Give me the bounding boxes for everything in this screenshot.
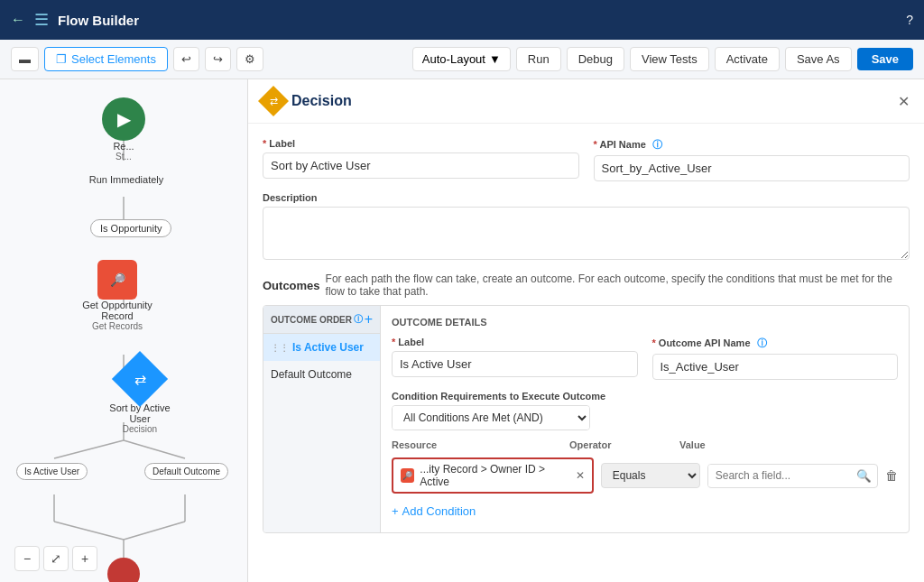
outcomes-description: For each path the flow can take, create … bbox=[326, 273, 910, 298]
api-name-input[interactable] bbox=[594, 155, 910, 181]
condition-resource-field[interactable]: 🔎 ...ity Record > Owner ID > Active ✕ bbox=[392, 457, 594, 494]
value-col-label: Value bbox=[679, 439, 706, 450]
label-field: * Label bbox=[263, 138, 579, 181]
outcomes-list-header: OUTCOME ORDER ⓘ + bbox=[263, 306, 380, 334]
value-search-button[interactable]: 🔍 bbox=[851, 465, 877, 487]
condition-req-label: Condition Requirements to Execute Outcom… bbox=[392, 391, 898, 402]
panel-header: ⇄ Decision ✕ bbox=[248, 79, 924, 124]
operator-dropdown[interactable]: Equals Not Equal To Greater Than Less Th… bbox=[601, 463, 700, 488]
svg-line-5 bbox=[54, 440, 124, 458]
default-outcome-label: Default Outcome bbox=[144, 463, 228, 480]
outcome-item-is-active-user[interactable]: ⋮⋮ Is Active User bbox=[263, 334, 380, 361]
zoom-expand-button[interactable]: ⤢ bbox=[43, 546, 69, 571]
resource-icon: 🔎 bbox=[401, 468, 414, 483]
label-input[interactable] bbox=[263, 152, 579, 179]
delete-condition-button[interactable]: 🗑 bbox=[885, 468, 898, 483]
operator-field[interactable]: Equals Not Equal To Greater Than Less Th… bbox=[601, 463, 700, 488]
app-icon: ☰ bbox=[34, 10, 49, 30]
outcome-api-name-input[interactable] bbox=[652, 354, 899, 380]
operator-col-label: Operator bbox=[569, 439, 669, 450]
run-immediately-label: Run Immediately bbox=[63, 174, 189, 185]
default-outcome-item[interactable]: Default Outcome bbox=[263, 361, 380, 388]
select-elements-icon: ❐ bbox=[56, 52, 67, 66]
outcomes-header: Outcomes For each path the flow can take… bbox=[263, 273, 910, 298]
undo-button[interactable]: ↩ bbox=[173, 47, 199, 71]
redo-button[interactable]: ↪ bbox=[205, 47, 231, 71]
svg-line-6 bbox=[124, 440, 185, 458]
debug-button[interactable]: Debug bbox=[567, 47, 624, 71]
condition-columns-header: Resource Operator Value bbox=[392, 439, 898, 450]
value-field[interactable]: 🔍 bbox=[707, 464, 878, 488]
outcome-api-name-label: * Outcome API Name ⓘ bbox=[652, 337, 899, 350]
outcome-label-field: * Label bbox=[392, 337, 638, 380]
panel-body: * Label * API Name ⓘ Description bbox=[248, 124, 924, 582]
save-as-button[interactable]: Save As bbox=[785, 47, 852, 71]
sidebar-toggle-button[interactable]: ▬ bbox=[11, 47, 39, 71]
svg-line-10 bbox=[124, 522, 185, 540]
select-elements-button[interactable]: ❐ Select Elements bbox=[44, 47, 168, 71]
remove-resource-button[interactable]: ✕ bbox=[576, 469, 585, 482]
description-textarea[interactable] bbox=[263, 207, 910, 260]
outcome-item-label: Is Active User bbox=[292, 341, 364, 354]
sort-by-active-user-node[interactable]: ⇄ Sort by Active User Decision bbox=[104, 359, 176, 434]
outcomes-area: OUTCOME ORDER ⓘ + ⋮⋮ Is Active User Defa… bbox=[263, 305, 910, 533]
api-name-field: * API Name ⓘ bbox=[594, 138, 910, 181]
condition-req-dropdown[interactable]: All Conditions Are Met (AND) Any Conditi… bbox=[393, 406, 589, 430]
zoom-out-button[interactable]: − bbox=[14, 546, 40, 571]
drag-handle-icon: ⋮⋮ bbox=[271, 343, 289, 353]
outcomes-title: Outcomes bbox=[263, 279, 320, 292]
settings-button[interactable]: ⚙ bbox=[236, 47, 263, 71]
top-nav: ← ☰ Flow Builder ? bbox=[0, 0, 924, 40]
sort-node-sublabel: Decision bbox=[123, 424, 157, 434]
view-tests-button[interactable]: View Tests bbox=[630, 47, 709, 71]
close-panel-button[interactable]: ✕ bbox=[898, 93, 910, 110]
toolbar: ▬ ❐ Select Elements ↩ ↪ ⚙ Auto-Layout ▼ … bbox=[0, 40, 924, 79]
resource-col-label: Resource bbox=[392, 439, 559, 450]
auto-layout-button[interactable]: Auto-Layout ▼ bbox=[412, 47, 511, 71]
canvas[interactable]: ▶ Re... St... Run Immediately Is Opportu… bbox=[0, 79, 248, 582]
back-icon[interactable]: ← bbox=[11, 12, 25, 28]
api-name-info-icon[interactable]: ⓘ bbox=[652, 139, 662, 150]
outcome-label-label: * Label bbox=[392, 337, 638, 347]
is-opportunity-node[interactable]: Is Opportunity bbox=[90, 219, 171, 237]
add-icon: + bbox=[392, 504, 399, 518]
panel-title: Decision bbox=[291, 93, 352, 109]
start-node[interactable]: ▶ Re... St... bbox=[102, 97, 145, 162]
condition-resource-text: ...ity Record > Owner ID > Active bbox=[420, 463, 569, 488]
api-name-label: * API Name ⓘ bbox=[594, 138, 910, 152]
is-opportunity-label: Is Opportunity bbox=[90, 219, 171, 237]
help-button[interactable]: ? bbox=[906, 13, 913, 27]
value-input[interactable] bbox=[708, 465, 851, 486]
start-icon: ▶ bbox=[102, 97, 145, 141]
app-title: Flow Builder bbox=[58, 13, 139, 28]
description-field: Description bbox=[263, 192, 910, 260]
condition-req-select[interactable]: All Conditions Are Met (AND) Any Conditi… bbox=[392, 405, 590, 430]
svg-line-8 bbox=[54, 522, 124, 540]
get-opportunity-icon: 🔎 bbox=[97, 260, 137, 300]
condition-req-row: Condition Requirements to Execute Outcom… bbox=[392, 391, 898, 430]
outcome-api-name-info-icon[interactable]: ⓘ bbox=[757, 337, 767, 348]
outcome-details: OUTCOME DETAILS * Label * bbox=[381, 306, 909, 532]
chevron-down-icon: ▼ bbox=[489, 52, 501, 66]
activate-button[interactable]: Activate bbox=[715, 47, 780, 71]
save-button[interactable]: Save bbox=[857, 48, 913, 70]
info-icon[interactable]: ⓘ bbox=[354, 313, 363, 326]
zoom-controls: − ⤢ + bbox=[14, 546, 97, 571]
add-outcome-button[interactable]: + bbox=[365, 311, 373, 328]
outcomes-list: OUTCOME ORDER ⓘ + ⋮⋮ Is Active User Defa… bbox=[263, 306, 381, 532]
outcome-label-input[interactable] bbox=[392, 351, 638, 377]
start-label: Re... bbox=[113, 141, 134, 152]
start-sublabel: St... bbox=[116, 152, 132, 162]
end-node[interactable]: End bbox=[107, 558, 140, 582]
get-opportunity-label: Get Opportunity Record bbox=[81, 300, 153, 321]
default-outcome-node[interactable]: Default Outcome bbox=[144, 463, 228, 480]
run-button[interactable]: Run bbox=[516, 47, 561, 71]
decision-panel-icon: ⇄ bbox=[258, 86, 289, 116]
get-opportunity-node[interactable]: 🔎 Get Opportunity Record Get Records bbox=[81, 260, 153, 331]
is-active-user-node[interactable]: Is Active User bbox=[16, 463, 88, 480]
add-condition-button[interactable]: + Add Condition bbox=[392, 501, 476, 522]
zoom-in-button[interactable]: + bbox=[72, 546, 97, 571]
is-active-user-label: Is Active User bbox=[16, 463, 88, 480]
description-label: Description bbox=[263, 192, 910, 203]
condition-row: 🔎 ...ity Record > Owner ID > Active ✕ Eq… bbox=[392, 457, 898, 494]
